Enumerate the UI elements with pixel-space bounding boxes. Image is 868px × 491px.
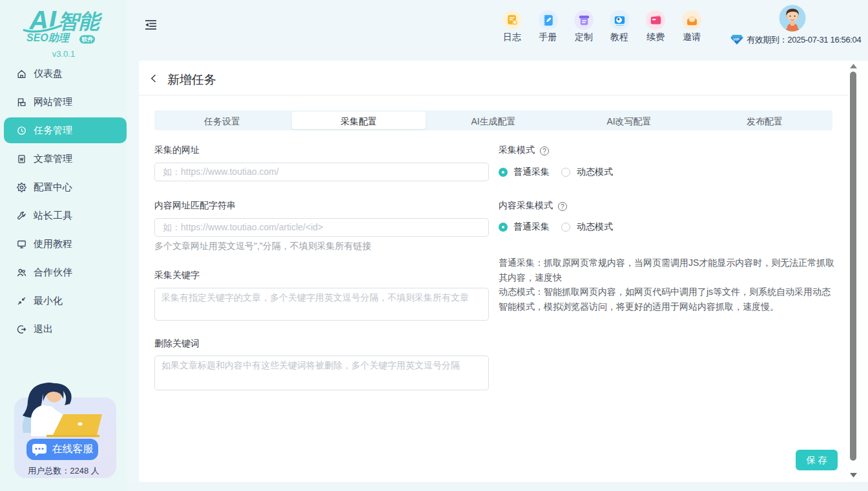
svg-text:软件: 软件 — [81, 36, 94, 43]
svg-text:VIP: VIP — [733, 37, 739, 41]
svg-text:SEO助理: SEO助理 — [26, 32, 70, 43]
svg-text:智能: 智能 — [58, 10, 103, 33]
